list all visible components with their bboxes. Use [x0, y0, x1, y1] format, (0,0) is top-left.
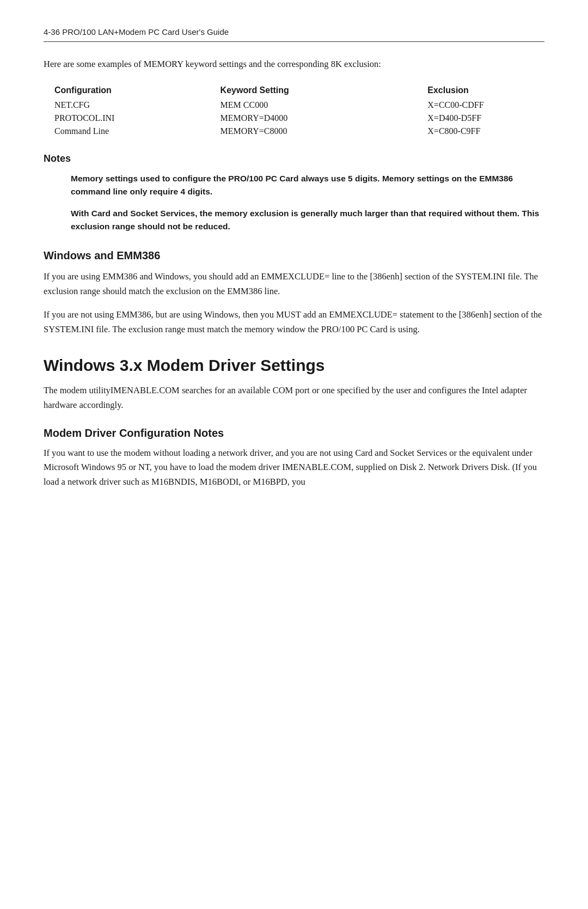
- intro-paragraph: Here are some examples of MEMORY keyword…: [44, 57, 544, 71]
- windows3x-section: Windows 3.x Modem Driver Settings The mo…: [44, 356, 544, 490]
- windows-emm386-heading: Windows and EMM386: [44, 249, 544, 262]
- table-row: Command Line MEMORY=C8000 X=C800-C9FF: [54, 125, 555, 138]
- windows3x-intro: The modem utilityIMENABLE.COM searches f…: [44, 383, 544, 412]
- page-header-text: 4-36 PRO/100 LAN+Modem PC Card User's Gu…: [44, 27, 229, 36]
- notes-heading: Notes: [44, 153, 544, 164]
- windows-emm386-para2: If you are not using EMM386, but are usi…: [44, 308, 544, 337]
- row1-exclusion: X=CC00-CDFF: [427, 99, 555, 112]
- row1-config: NET.CFG: [54, 99, 220, 112]
- row3-keyword: MEMORY=C8000: [220, 125, 428, 138]
- row1-keyword: MEM CC000: [220, 99, 428, 112]
- page: 4-36 PRO/100 LAN+Modem PC Card User's Gu…: [0, 0, 588, 909]
- note-text-1: Memory settings used to configure the PR…: [71, 172, 544, 198]
- table-row: PROTOCOL.INI MEMORY=D4000 X=D400-D5FF: [54, 112, 555, 125]
- windows3x-heading: Windows 3.x Modem Driver Settings: [44, 356, 544, 375]
- modem-config-heading: Modem Driver Configuration Notes: [44, 427, 544, 440]
- note-item-2: With Card and Socket Services, the memor…: [71, 207, 544, 233]
- row2-exclusion: X=D400-D5FF: [427, 112, 555, 125]
- row2-config: PROTOCOL.INI: [54, 112, 220, 125]
- note-item-1: Memory settings used to configure the PR…: [71, 172, 544, 198]
- table-row: NET.CFG MEM CC000 X=CC00-CDFF: [54, 99, 555, 112]
- note-text-2: With Card and Socket Services, the memor…: [71, 207, 544, 233]
- row3-exclusion: X=C800-C9FF: [427, 125, 555, 138]
- row2-keyword: MEMORY=D4000: [220, 112, 428, 125]
- page-header: 4-36 PRO/100 LAN+Modem PC Card User's Gu…: [44, 27, 544, 42]
- col-header-exclusion: Exclusion: [427, 83, 555, 99]
- col-header-keyword: Keyword Setting: [220, 83, 428, 99]
- config-table: Configuration Keyword Setting Exclusion …: [54, 83, 555, 138]
- modem-config-text: If you want to use the modem without loa…: [44, 446, 544, 490]
- table-header-row: Configuration Keyword Setting Exclusion: [54, 83, 555, 99]
- row3-config: Command Line: [54, 125, 220, 138]
- windows-emm386-section: Windows and EMM386 If you are using EMM3…: [44, 249, 544, 337]
- notes-section: Notes Memory settings used to configure …: [44, 153, 544, 233]
- modem-config-section: Modem Driver Configuration Notes If you …: [44, 427, 544, 490]
- windows-emm386-para1: If you are using EMM386 and Windows, you…: [44, 270, 544, 298]
- col-header-configuration: Configuration: [54, 83, 220, 99]
